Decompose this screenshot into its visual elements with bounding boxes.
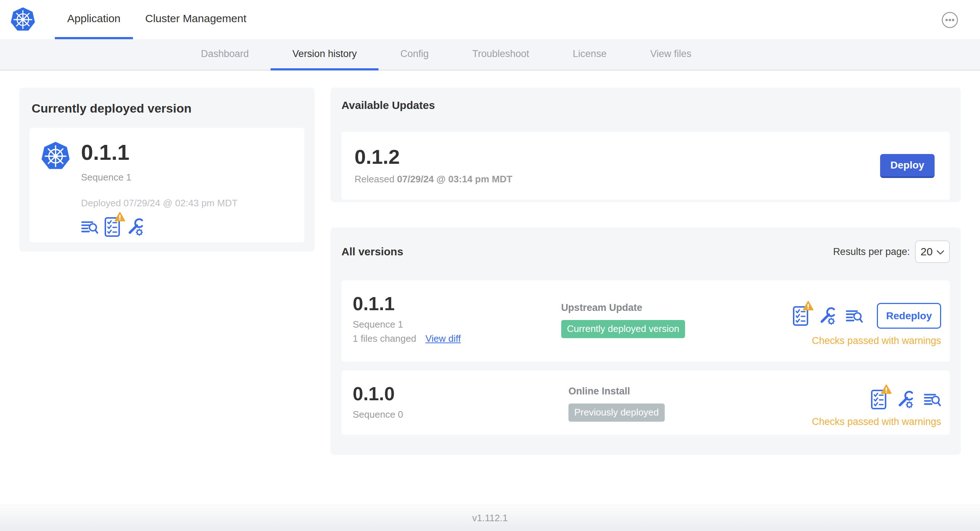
kubernetes-logo-icon <box>10 6 36 33</box>
subnav-dashboard[interactable]: Dashboard <box>179 39 270 70</box>
previously-deployed-badge: Previously deployed <box>568 404 665 422</box>
all-versions-title: All versions <box>341 245 403 258</box>
current-version-sequence: Sequence 1 <box>81 172 237 183</box>
row-version-number: 0.1.0 <box>353 384 568 403</box>
released-value: 07/29/24 @ 03:14 pm MDT <box>397 173 512 184</box>
currently-deployed-title: Currently deployed version <box>32 101 304 116</box>
results-per-page-select[interactable]: 20 <box>915 240 950 263</box>
subnav-troubleshoot[interactable]: Troubleshoot <box>450 39 551 70</box>
subnav-version-history[interactable]: Version history <box>270 39 379 70</box>
update-released-at: Released 07/29/24 @ 03:14 pm MDT <box>355 173 512 185</box>
deploy-button[interactable]: Deploy <box>880 154 935 178</box>
tab-cluster-management[interactable]: Cluster Management <box>133 0 259 39</box>
currently-deployed-version-card: 0.1.1 Sequence 1 Deployed 07/29/24 @ 02:… <box>29 128 304 242</box>
results-per-page: Results per page: 20 <box>833 240 950 263</box>
results-per-page-value: 20 <box>920 245 932 258</box>
preflight-checks-warning-icon[interactable] <box>104 217 120 237</box>
current-version-number: 0.1.1 <box>81 141 237 164</box>
kubernetes-app-icon <box>40 141 71 229</box>
main-content: Currently deployed version <box>0 70 980 504</box>
chevron-down-icon <box>936 250 944 255</box>
row-sequence: Sequence 0 <box>353 409 568 420</box>
row-source: Upstream Update <box>561 302 792 313</box>
row-actions: Redeploy <box>792 303 941 329</box>
row-actions <box>871 390 941 410</box>
header-tabs: Application Cluster Management <box>55 0 259 39</box>
version-rows: 0.1.1 Sequence 1 1 files changed View di… <box>341 280 950 435</box>
release-notes-icon[interactable] <box>924 391 941 407</box>
current-version-deployed-at: Deployed 07/29/24 @ 02:43 pm MDT <box>81 197 237 209</box>
update-version-number: 0.1.2 <box>355 147 512 167</box>
released-label: Released <box>355 173 395 184</box>
subnav-view-files[interactable]: View files <box>628 39 713 70</box>
top-header: Application Cluster Management <box>0 0 980 39</box>
warning-triangle-icon <box>881 384 892 394</box>
row-check-status[interactable]: Checks passed with warnings <box>812 416 941 428</box>
subnav-license[interactable]: License <box>551 39 628 70</box>
config-icon[interactable] <box>896 390 914 409</box>
row-version-number: 0.1.1 <box>353 294 561 313</box>
available-update-row: 0.1.2 Released 07/29/24 @ 03:14 pm MDT D… <box>341 132 950 200</box>
current-version-actions <box>81 217 237 237</box>
row-sequence: Sequence 1 <box>353 319 561 330</box>
row-source: Online Install <box>568 386 808 397</box>
all-versions-header: All versions Results per page: 20 <box>341 240 950 263</box>
release-notes-icon[interactable] <box>846 308 863 324</box>
release-notes-icon[interactable] <box>81 219 99 235</box>
available-updates-card: Available Updates 0.1.2 Released 07/29/2… <box>331 87 961 202</box>
tab-application[interactable]: Application <box>55 0 133 39</box>
version-history-page: Application Cluster Management Dashboard… <box>0 0 980 531</box>
preflight-checks-warning-icon[interactable] <box>871 390 887 410</box>
version-row-0-1-1: 0.1.1 Sequence 1 1 files changed View di… <box>341 280 950 362</box>
ellipsis-icon <box>942 12 958 28</box>
row-files-changed: 1 files changed View diff <box>353 333 561 344</box>
config-icon[interactable] <box>126 217 144 237</box>
warning-triangle-icon <box>803 301 814 311</box>
page-footer: v1.112.1 <box>0 505 980 531</box>
preflight-checks-warning-icon[interactable] <box>792 306 808 326</box>
currently-deployed-card: Currently deployed version <box>19 87 315 252</box>
available-updates-title: Available Updates <box>341 99 950 111</box>
row-check-status[interactable]: Checks passed with warnings <box>812 335 941 347</box>
all-versions-card: All versions Results per page: 20 0.1.1 <box>331 227 961 455</box>
more-options-button[interactable] <box>942 12 958 28</box>
files-changed-text: 1 files changed <box>353 333 416 344</box>
view-diff-link[interactable]: View diff <box>425 333 461 344</box>
console-version: v1.112.1 <box>472 512 508 524</box>
config-icon[interactable] <box>818 306 836 326</box>
redeploy-button[interactable]: Redeploy <box>877 303 941 329</box>
results-per-page-label: Results per page: <box>833 246 910 258</box>
warning-triangle-icon <box>115 212 125 222</box>
version-row-0-1-0: 0.1.0 Sequence 0 Online Install Previous… <box>341 370 950 435</box>
app-subnav: Dashboard Version history Config Trouble… <box>0 39 980 70</box>
currently-deployed-badge: Currently deployed version <box>561 320 685 338</box>
subnav-config[interactable]: Config <box>379 39 450 70</box>
app-logo <box>10 0 36 39</box>
